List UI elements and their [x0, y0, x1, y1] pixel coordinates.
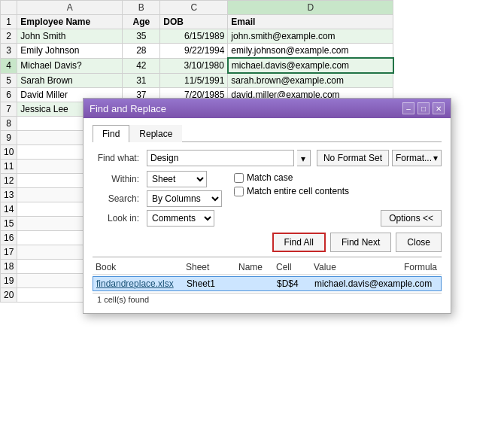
col-header-a[interactable]: A — [17, 1, 123, 15]
find-what-label: Find what: — [93, 153, 144, 163]
cell-b1[interactable]: Age — [123, 15, 160, 29]
cell-b4[interactable]: 42 — [123, 58, 160, 73]
row-num-10: 10 — [1, 145, 17, 160]
header-cell: Cell — [276, 262, 314, 272]
header-book: Book — [96, 262, 186, 272]
look-in-select[interactable]: Comments Values Formulas — [147, 210, 214, 227]
row-num-13: 13 — [1, 188, 17, 202]
header-formula: Formula — [404, 262, 439, 272]
tab-find[interactable]: Find — [93, 125, 129, 142]
cell-c1[interactable]: DOB — [160, 15, 228, 29]
col-header-d[interactable]: D — [228, 1, 393, 15]
match-case-checkbox[interactable] — [234, 173, 244, 183]
row-num-5: 5 — [1, 73, 17, 88]
row-num-2: 2 — [1, 29, 17, 44]
cell-d5[interactable]: sarah.brown@example.com — [228, 73, 393, 88]
cell-d4[interactable]: michael.davis@example.com — [228, 58, 393, 73]
row-num-17: 17 — [1, 245, 17, 260]
row-num-4: 4 — [1, 58, 17, 73]
cell-c4[interactable]: 3/10/1980 — [160, 58, 228, 73]
header-sheet: Sheet — [186, 262, 238, 272]
row-num-18: 18 — [1, 260, 17, 274]
cell-d3[interactable]: emily.johnson@example.com — [228, 44, 393, 59]
cell-d2[interactable]: john.smith@example.com — [228, 29, 393, 44]
options-button[interactable]: Options << — [381, 210, 442, 227]
match-case-row: Match case — [234, 172, 349, 183]
row-num-11: 11 — [1, 160, 17, 174]
result-sheet-0: Sheet1 — [187, 278, 239, 289]
cell-c5[interactable]: 11/5/1991 — [160, 73, 228, 88]
dialog-tabs: Find Replace — [93, 124, 442, 142]
dialog-title: Find and Replace — [90, 103, 166, 114]
find-what-input[interactable] — [147, 150, 294, 166]
status-text: 1 cell(s) found — [97, 295, 149, 304]
find-all-button[interactable]: Find All — [272, 233, 326, 252]
cell-a1[interactable]: Employee Name — [17, 15, 123, 29]
cell-b2[interactable]: 35 — [123, 29, 160, 44]
format-dropdown-button[interactable]: Format... ▾ — [392, 150, 442, 166]
status-bar: 1 cell(s) found — [93, 293, 442, 306]
match-entire-row: Match entire cell contents — [234, 186, 349, 196]
result-row-0[interactable]: findandreplace.xlsx Sheet1 $D$4 michael.… — [93, 276, 442, 291]
cell-b5[interactable]: 31 — [123, 73, 160, 88]
match-entire-checkbox[interactable] — [234, 187, 244, 196]
match-entire-label: Match entire cell contents — [247, 186, 349, 196]
row-num-19: 19 — [1, 274, 17, 288]
checkboxes-column: Match case Match entire cell contents — [234, 172, 349, 196]
tab-replace[interactable]: Replace — [129, 125, 182, 142]
format-label: Format... — [396, 153, 432, 163]
find-what-dropdown-arrow[interactable]: ▾ — [297, 150, 311, 166]
titlebar-close-button[interactable]: ✕ — [433, 102, 445, 114]
cell-c3[interactable]: 9/22/1994 — [160, 44, 228, 59]
result-name-0 — [239, 278, 277, 289]
results-area: Book Sheet Name Cell Value Formula finda… — [93, 257, 442, 306]
cell-a3[interactable]: Emily Johnson — [17, 44, 123, 59]
dialog-content: Find Replace Find what: ▾ No Format Set … — [83, 118, 451, 313]
row-num-16: 16 — [1, 231, 17, 245]
row-num-8: 8 — [1, 117, 17, 131]
cell-a5[interactable]: Sarah Brown — [17, 73, 123, 88]
search-label: Search: — [93, 193, 144, 204]
row-num-14: 14 — [1, 202, 17, 217]
no-format-button[interactable]: No Format Set — [317, 150, 389, 166]
cell-b3[interactable]: 28 — [123, 44, 160, 59]
result-book-0: findandreplace.xlsx — [96, 278, 187, 289]
row-num-20: 20 — [1, 288, 17, 303]
row-num-9: 9 — [1, 131, 17, 145]
result-value-0: michael.davis@example.com — [314, 278, 405, 289]
cell-a4[interactable]: Michael Davis? — [17, 58, 123, 73]
header-name: Name — [238, 262, 276, 272]
row-num-6: 6 — [1, 88, 17, 102]
within-select[interactable]: Sheet Workbook — [147, 171, 207, 187]
row-num-1: 1 — [1, 15, 17, 29]
find-what-row: Find what: ▾ No Format Set Format... ▾ — [93, 150, 442, 166]
format-dropdown-arrow-icon: ▾ — [433, 153, 438, 163]
action-buttons: Find All Find Next Close — [93, 233, 442, 252]
col-header-c[interactable]: C — [160, 1, 228, 15]
maximize-button[interactable]: □ — [417, 102, 430, 114]
within-row: Within: Sheet Workbook — [93, 171, 222, 187]
find-replace-dialog: Find and Replace – □ ✕ Find Replace Find… — [83, 98, 451, 314]
col-header-b[interactable]: B — [123, 1, 160, 15]
search-select[interactable]: By Columns By Rows — [147, 190, 222, 207]
look-in-row: Look in: Comments Values Formulas — [93, 210, 222, 227]
cell-d1[interactable]: Email — [228, 15, 393, 29]
row-num-12: 12 — [1, 174, 17, 188]
results-header: Book Sheet Name Cell Value Formula — [93, 260, 442, 275]
row-num-15: 15 — [1, 217, 17, 231]
cell-c2[interactable]: 6/15/1989 — [160, 29, 228, 44]
search-row: Search: By Columns By Rows — [93, 190, 222, 207]
within-label: Within: — [93, 174, 144, 184]
titlebar-buttons: – □ ✕ — [402, 102, 445, 114]
row-num-7: 7 — [1, 102, 17, 117]
minimize-button[interactable]: – — [402, 102, 414, 114]
close-button[interactable]: Close — [396, 233, 442, 252]
find-next-button[interactable]: Find Next — [330, 233, 391, 252]
result-cell-0: $D$4 — [277, 278, 314, 289]
header-value: Value — [314, 262, 404, 272]
cell-a2[interactable]: John Smith — [17, 29, 123, 44]
match-case-label: Match case — [247, 172, 293, 183]
row-num-3: 3 — [1, 44, 17, 59]
selects-column: Within: Sheet Workbook Search: By Column… — [93, 171, 222, 227]
look-in-label: Look in: — [93, 213, 144, 224]
